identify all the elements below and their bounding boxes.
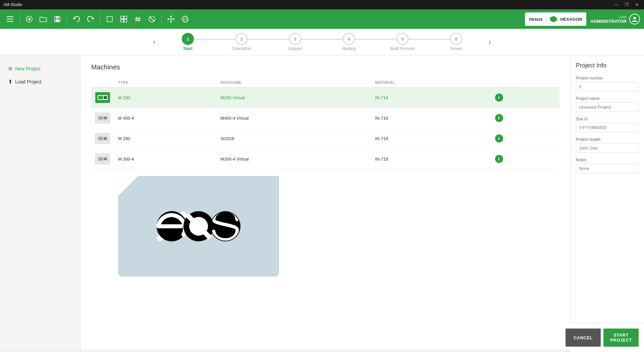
machine-icon-1 xyxy=(95,92,110,103)
svg-rect-7 xyxy=(56,16,59,18)
grid-icon[interactable] xyxy=(118,13,130,25)
info-button-4[interactable]: ℹ xyxy=(495,155,503,163)
due-to-label: Due to xyxy=(576,117,639,121)
move-icon[interactable] xyxy=(165,13,177,25)
step-label-4: Nesting xyxy=(342,46,356,51)
avatar[interactable] xyxy=(629,14,640,24)
table-row[interactable]: M 290 SI2028 IN-718 ℹ xyxy=(91,128,559,149)
svg-rect-31 xyxy=(98,116,103,120)
wizard-next[interactable]: › xyxy=(483,37,496,47)
hash-icon[interactable] xyxy=(132,13,144,25)
machine-svg-2 xyxy=(97,114,108,122)
machine-material-1: IN-718 xyxy=(371,87,491,108)
col-info xyxy=(491,78,559,87)
svg-rect-32 xyxy=(104,117,107,119)
table-body: M 290 M290 Virtual IN-718 ℹ xyxy=(91,87,559,169)
sphere-icon[interactable] xyxy=(179,13,191,25)
eos-logo xyxy=(155,206,242,246)
machine-svg-3 xyxy=(97,135,108,142)
col-material: MATERIAL xyxy=(371,78,491,87)
step-circle-5: 5 xyxy=(396,33,409,45)
svg-rect-2 xyxy=(7,21,13,22)
machine-icon-3 xyxy=(95,133,110,144)
svg-marker-25 xyxy=(550,16,557,22)
info-button-1[interactable]: ℹ xyxy=(495,94,503,102)
sidebar-item-new-project[interactable]: ⊕ New Project xyxy=(5,62,75,75)
load-project-label: Load Project xyxy=(15,79,42,84)
svg-rect-38 xyxy=(104,158,107,160)
wizard-step-1[interactable]: 1 Start xyxy=(161,33,215,51)
step-circle-4: 4 xyxy=(343,33,355,45)
wizard-step-4[interactable]: 4 Nesting xyxy=(322,33,376,51)
toolbar-separator-3 xyxy=(100,13,100,25)
svg-rect-34 xyxy=(98,137,103,140)
machine-material-3: IN-718 xyxy=(371,128,491,149)
start-project-button[interactable]: START PROJECT xyxy=(603,329,639,347)
user-name: ADMINISTRATOR xyxy=(590,19,627,24)
cube-icon[interactable] xyxy=(104,13,116,25)
machine-icon-cell-3 xyxy=(91,128,114,149)
toolbar-separator-1 xyxy=(19,13,20,25)
titlebar: AM-Studio — ❐ ✕ xyxy=(0,0,644,9)
due-to-input[interactable] xyxy=(576,123,639,132)
table-row[interactable]: M 300-4 M300-4 Virtual IN-718 ℹ xyxy=(91,149,559,169)
eos-container xyxy=(91,176,559,277)
machine-nickname-2: M400-4 Virtual xyxy=(216,108,371,128)
machine-material-4: IN-718 xyxy=(371,149,491,169)
folder-icon[interactable] xyxy=(37,13,49,25)
project-leader-input[interactable] xyxy=(576,143,639,153)
close-btn[interactable]: ✕ xyxy=(633,2,641,8)
eos-logo-area xyxy=(118,176,279,277)
toolbar: nexus | HEXAGON User ADMINISTRATOR xyxy=(0,9,644,29)
machines-table: TYPE NICKNAME MATERIAL xyxy=(91,78,559,169)
svg-line-14 xyxy=(136,17,137,21)
col-type-label: TYPE xyxy=(114,78,216,87)
wizard-step-5[interactable]: 5 Build Process xyxy=(376,33,429,51)
notes-field: Notes xyxy=(576,158,639,173)
info-button-3[interactable]: ℹ xyxy=(495,134,503,142)
svg-point-26 xyxy=(633,17,636,19)
svg-rect-13 xyxy=(124,19,127,22)
svg-rect-0 xyxy=(7,16,13,17)
menu-icon[interactable] xyxy=(4,13,16,25)
slash-icon[interactable] xyxy=(146,13,158,25)
maximize-btn[interactable]: ❐ xyxy=(623,2,631,8)
toolbar-separator-2 xyxy=(67,13,67,25)
info-btn-cell-1: ℹ xyxy=(491,87,559,108)
step-label-1: Start xyxy=(183,46,192,51)
window-controls: — ❐ ✕ xyxy=(612,2,641,8)
table-header: TYPE NICKNAME MATERIAL xyxy=(91,78,559,87)
project-name-input[interactable] xyxy=(576,102,639,112)
add-icon[interactable] xyxy=(23,13,35,25)
svg-rect-1 xyxy=(7,19,13,19)
machine-nickname-4: M300-4 Virtual xyxy=(216,149,371,169)
svg-rect-12 xyxy=(121,19,123,22)
machine-nickname-1: M290 Virtual xyxy=(216,87,371,108)
machine-nickname-3: SI2028 xyxy=(216,128,371,149)
wizard-step-2[interactable]: 2 Orientation xyxy=(215,33,268,51)
redo-icon[interactable] xyxy=(85,13,97,25)
wizard-prev[interactable]: ‹ xyxy=(148,37,161,47)
content-area: Machines TYPE NICKNAME MATERIAL xyxy=(80,55,570,350)
machine-type-3: M 290 xyxy=(114,128,216,149)
machine-type-1: M 290 xyxy=(114,87,216,108)
project-number-field: Project number xyxy=(576,76,639,92)
cancel-button[interactable]: CANCEL xyxy=(566,329,601,347)
info-button-2[interactable]: ℹ xyxy=(495,114,503,122)
project-number-input[interactable] xyxy=(576,82,639,92)
table-row[interactable]: M 400-4 M400-4 Virtual IN-718 ℹ xyxy=(91,108,559,128)
action-buttons: CANCEL START PROJECT xyxy=(570,323,644,352)
table-row[interactable]: M 290 M290 Virtual IN-718 ℹ xyxy=(91,87,559,108)
wizard-step-3[interactable]: 3 Support xyxy=(268,33,322,51)
app-title: AM-Studio xyxy=(3,2,22,7)
notes-input[interactable] xyxy=(576,164,639,173)
save-icon[interactable] xyxy=(51,13,63,25)
main-layout: ⊕ New Project ⬆ Load Project Machines TY… xyxy=(0,55,644,350)
project-leader-label: Project leader xyxy=(576,137,639,142)
undo-icon[interactable] xyxy=(70,13,83,25)
minimize-btn[interactable]: — xyxy=(612,2,620,8)
step-label-2: Orientation xyxy=(232,46,252,51)
step-circle-3: 3 xyxy=(289,33,301,45)
sidebar-item-load-project[interactable]: ⬆ Load Project xyxy=(5,75,75,88)
wizard-step-6[interactable]: 6 Viewer xyxy=(429,33,483,51)
